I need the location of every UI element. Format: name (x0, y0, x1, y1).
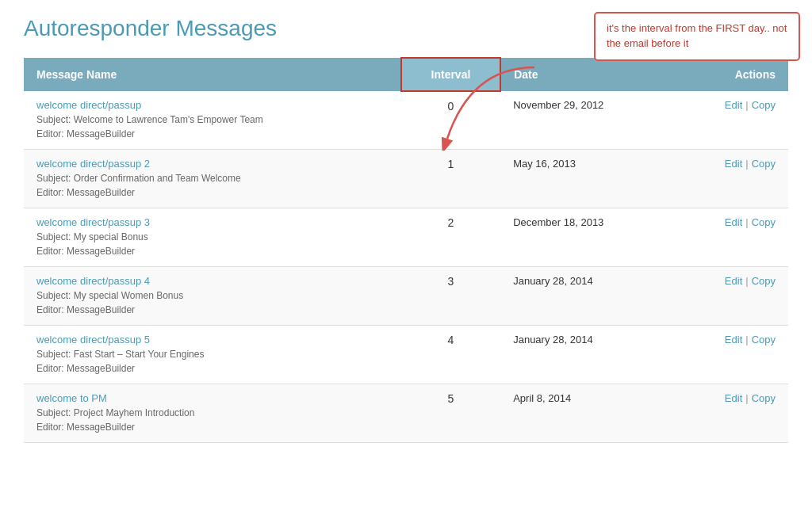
table-row: welcome direct/passup 3Subject: My speci… (24, 208, 788, 267)
message-meta: Subject: My special Women BonusEditor: M… (36, 288, 389, 317)
tooltip-text: it's the interval from the FIRST day.. n… (607, 22, 787, 49)
action-separator: | (745, 334, 748, 345)
edit-link[interactable]: Edit (725, 334, 742, 345)
message-name-link[interactable]: welcome direct/passup 5 (36, 334, 150, 345)
message-meta: Subject: Order Confirmation and Team Wel… (36, 171, 389, 200)
action-separator: | (745, 99, 748, 111)
message-name-cell: welcome direct/passup 5Subject: Fast Sta… (24, 326, 401, 384)
message-meta: Subject: Fast Start – Start Your Engines… (36, 347, 389, 376)
autoresponder-table: Message Name Interval Date Actions welco… (24, 57, 788, 443)
actions-cell: Edit|Copy (674, 267, 788, 326)
callout-arrow-svg (439, 63, 542, 151)
table-body: welcome direct/passupSubject: Welcome to… (24, 91, 788, 443)
message-name-cell: welcome direct/passup 4Subject: My speci… (24, 267, 401, 326)
message-name-cell: welcome direct/passup 3Subject: My speci… (24, 208, 401, 267)
message-name-link[interactable]: welcome direct/passup 3 (36, 216, 150, 228)
action-separator: | (745, 275, 748, 287)
actions-cell: Edit|Copy (674, 208, 788, 267)
copy-link[interactable]: Copy (752, 275, 776, 287)
col-header-message-name: Message Name (24, 58, 401, 91)
message-meta: Subject: Welcome to Lawrence Tam's Empow… (36, 113, 389, 141)
message-name-link[interactable]: welcome direct/passup (36, 99, 141, 111)
edit-link[interactable]: Edit (725, 275, 742, 287)
tooltip-wrapper: it's the interval from the FIRST day.. n… (594, 12, 800, 61)
message-name-cell: welcome direct/passupSubject: Welcome to… (24, 91, 401, 150)
copy-link[interactable]: Copy (752, 216, 776, 228)
date-cell: April 8, 2014 (500, 384, 674, 443)
edit-link[interactable]: Edit (725, 158, 742, 170)
edit-link[interactable]: Edit (725, 99, 742, 111)
edit-link[interactable]: Edit (725, 216, 742, 228)
copy-link[interactable]: Copy (752, 158, 776, 170)
interval-cell: 4 (401, 326, 500, 384)
arrow-wrapper (439, 63, 542, 153)
copy-link[interactable]: Copy (752, 392, 776, 404)
interval-cell: 2 (401, 208, 500, 267)
date-cell: January 28, 2014 (500, 267, 674, 326)
message-meta: Subject: Project Mayhem IntroductionEdit… (36, 406, 389, 434)
col-header-actions: Actions (674, 58, 788, 91)
action-separator: | (745, 216, 748, 228)
date-cell: May 16, 2013 (500, 150, 674, 208)
actions-cell: Edit|Copy (674, 150, 788, 208)
actions-cell: Edit|Copy (674, 384, 788, 443)
table-row: welcome direct/passupSubject: Welcome to… (24, 91, 788, 150)
date-cell: January 28, 2014 (500, 326, 674, 384)
message-name-cell: welcome to PMSubject: Project Mayhem Int… (24, 384, 401, 443)
message-name-cell: welcome direct/passup 2Subject: Order Co… (24, 150, 401, 208)
table-row: welcome to PMSubject: Project Mayhem Int… (24, 384, 788, 443)
copy-link[interactable]: Copy (752, 334, 776, 345)
actions-cell: Edit|Copy (674, 91, 788, 150)
table-row: welcome direct/passup 2Subject: Order Co… (24, 150, 788, 208)
page-container: Autoresponder Messages it's the interval… (0, 0, 812, 459)
message-name-link[interactable]: welcome to PM (36, 392, 107, 404)
table-row: welcome direct/passup 5Subject: Fast Sta… (24, 326, 788, 384)
message-name-link[interactable]: welcome direct/passup 2 (36, 158, 150, 170)
interval-cell: 3 (401, 267, 500, 326)
tooltip-box: it's the interval from the FIRST day.. n… (594, 12, 800, 61)
message-meta: Subject: My special BonusEditor: Message… (36, 230, 389, 258)
table-header-row: Message Name Interval Date Actions (24, 58, 788, 91)
copy-link[interactable]: Copy (752, 99, 776, 111)
action-separator: | (745, 392, 748, 404)
table-row: welcome direct/passup 4Subject: My speci… (24, 267, 788, 326)
interval-cell: 1 (401, 150, 500, 208)
message-name-link[interactable]: welcome direct/passup 4 (36, 275, 150, 287)
actions-cell: Edit|Copy (674, 326, 788, 384)
date-cell: December 18, 2013 (500, 208, 674, 267)
action-separator: | (745, 158, 748, 170)
edit-link[interactable]: Edit (725, 392, 742, 404)
interval-cell: 5 (401, 384, 500, 443)
